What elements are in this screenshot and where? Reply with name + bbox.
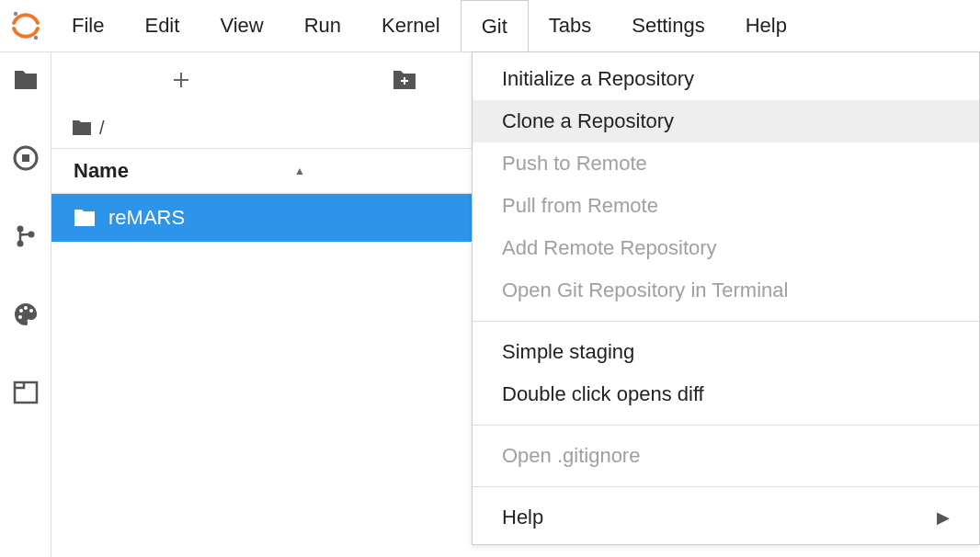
column-name[interactable]: Name bbox=[74, 159, 129, 183]
menu-simple-staging[interactable]: Simple staging bbox=[473, 331, 979, 373]
menu-add-remote: Add Remote Repository bbox=[473, 227, 979, 269]
tabs-icon[interactable] bbox=[12, 379, 40, 406]
new-launcher-button[interactable] bbox=[167, 66, 195, 94]
menu-git[interactable]: Git bbox=[461, 0, 529, 51]
folder-icon bbox=[72, 119, 92, 136]
menu-help[interactable]: Help bbox=[725, 0, 807, 51]
sort-ascending-icon: ▲ bbox=[294, 165, 305, 177]
svg-rect-3 bbox=[22, 154, 29, 162]
svg-point-0 bbox=[14, 12, 17, 16]
git-menu-dropdown: Initialize a Repository Clone a Reposito… bbox=[472, 51, 980, 545]
svg-point-8 bbox=[24, 306, 28, 310]
svg-point-6 bbox=[28, 232, 34, 238]
menu-file[interactable]: File bbox=[51, 0, 124, 51]
new-folder-button[interactable] bbox=[391, 66, 418, 94]
menu-open-gitignore: Open .gitignore bbox=[473, 435, 979, 477]
menu-initialize-repository[interactable]: Initialize a Repository bbox=[473, 58, 979, 100]
svg-point-4 bbox=[17, 226, 23, 233]
menu-pull-remote: Pull from Remote bbox=[473, 185, 979, 227]
menu-kernel[interactable]: Kernel bbox=[361, 0, 461, 51]
svg-point-7 bbox=[19, 309, 23, 313]
submenu-arrow-icon: ▶ bbox=[937, 507, 950, 528]
jupyter-logo bbox=[0, 0, 51, 51]
menu-settings[interactable]: Settings bbox=[611, 0, 725, 51]
menu-push-remote: Push to Remote bbox=[473, 142, 979, 185]
menu-clone-repository[interactable]: Clone a Repository bbox=[473, 100, 979, 142]
menu-open-terminal: Open Git Repository in Terminal bbox=[473, 269, 979, 312]
menu-separator bbox=[473, 486, 979, 487]
menu-separator bbox=[473, 425, 979, 426]
svg-point-1 bbox=[34, 36, 38, 40]
palette-icon[interactable] bbox=[12, 301, 40, 328]
menu-help[interactable]: Help ▶ bbox=[473, 496, 979, 539]
menu-edit[interactable]: Edit bbox=[124, 0, 199, 51]
menu-run[interactable]: Run bbox=[284, 0, 361, 51]
folder-icon bbox=[74, 209, 96, 227]
git-icon[interactable] bbox=[12, 222, 40, 250]
menu-double-click-diff[interactable]: Double click opens diff bbox=[473, 373, 979, 415]
breadcrumb-path: / bbox=[99, 118, 105, 139]
svg-rect-11 bbox=[15, 382, 37, 403]
running-icon[interactable] bbox=[12, 144, 40, 172]
svg-point-10 bbox=[18, 315, 22, 319]
folder-icon[interactable] bbox=[12, 66, 40, 94]
svg-point-5 bbox=[17, 241, 23, 247]
menu-tabs[interactable]: Tabs bbox=[529, 0, 611, 51]
menu-separator bbox=[473, 321, 979, 322]
svg-point-9 bbox=[29, 309, 33, 313]
menu-view[interactable]: View bbox=[199, 0, 283, 51]
